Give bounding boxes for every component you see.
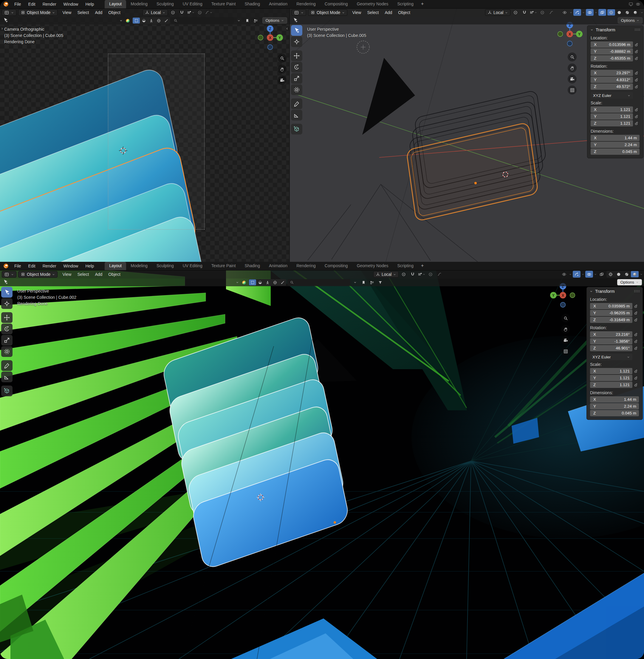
app-menu[interactable]: Window	[60, 0, 82, 8]
value-field[interactable]: Y-0.88882 m	[591, 48, 633, 54]
workspace-tab[interactable]: Sculpting	[152, 0, 178, 8]
panel-grip[interactable]	[635, 28, 640, 31]
app-menu[interactable]: Help	[82, 262, 97, 270]
snap-with-icon[interactable]	[418, 271, 426, 278]
zoom-icon[interactable]	[278, 54, 286, 63]
panel-grip[interactable]	[634, 290, 640, 293]
zoom-icon[interactable]	[561, 314, 570, 323]
color-wheel-icon[interactable]	[240, 279, 248, 286]
value-field[interactable]: Z46.901°	[590, 345, 632, 351]
options-dropdown[interactable]: Options	[262, 17, 287, 24]
camera-view-icon[interactable]	[568, 74, 577, 84]
xray-toggle-icon[interactable]	[598, 9, 606, 16]
value-field[interactable]: X23.216°	[590, 331, 632, 338]
move-tool[interactable]	[291, 50, 302, 61]
lock-icon[interactable]	[632, 383, 640, 387]
lock-icon[interactable]	[632, 318, 640, 322]
ortho-grid-icon[interactable]	[568, 86, 577, 94]
workspace-tab[interactable]: Rendering	[292, 0, 320, 8]
value-field[interactable]: Z-0.31649 m	[590, 317, 632, 323]
box-select-filter-icon[interactable]	[133, 18, 140, 24]
shading-solid-icon[interactable]	[615, 9, 623, 16]
workspace-tab[interactable]: Geometry Nodes	[352, 262, 393, 270]
cursor-tool[interactable]	[1, 298, 13, 309]
lock-icon[interactable]	[633, 108, 640, 112]
value-field[interactable]: Y2.24 m	[591, 142, 640, 148]
app-menu[interactable]: Window	[60, 262, 82, 270]
lock-icon[interactable]	[632, 346, 640, 350]
snap-magnet-icon[interactable]	[178, 9, 186, 16]
rotation-mode-dropdown[interactable]: XYZ Euler	[591, 92, 633, 99]
snap-with-icon[interactable]	[187, 9, 195, 16]
shading-material-icon[interactable]	[623, 271, 630, 277]
value-field[interactable]: Z0.045 m	[590, 410, 639, 416]
camera-view-icon[interactable]	[278, 76, 286, 85]
viewport-menu[interactable]: Select	[74, 271, 92, 278]
viewport-menu[interactable]: View	[59, 271, 74, 278]
viewport-wireframe[interactable]: Object Mode ViewSelectAddObject Local	[289, 8, 644, 262]
add-cube-tool[interactable]	[291, 124, 302, 135]
viewport-menu[interactable]: Object	[395, 9, 413, 16]
workspace-tab[interactable]: UV Editing	[178, 0, 207, 8]
transform-orientation-dropdown[interactable]: Local	[485, 9, 510, 16]
pivot-point-icon[interactable]	[512, 9, 520, 16]
proportional-editing-icon[interactable]	[427, 271, 434, 278]
transform-orientation-dropdown[interactable]: Local	[142, 9, 168, 16]
viewport-canvas-rendered[interactable]	[0, 270, 644, 659]
lock-icon[interactable]	[633, 49, 640, 54]
show-gizmo-icon[interactable]	[573, 9, 581, 16]
collections-icon[interactable]	[252, 18, 259, 24]
lock-icon[interactable]	[632, 369, 640, 373]
brush-filter-icon[interactable]	[162, 18, 170, 24]
proportional-falloff-icon[interactable]	[547, 9, 555, 16]
viewport-menu[interactable]: View	[349, 9, 364, 16]
object-mode-dropdown[interactable]: Object Mode	[308, 9, 347, 16]
workspace-tab[interactable]: Animation	[264, 262, 292, 270]
measure-tool[interactable]	[1, 371, 13, 382]
value-field[interactable]: Y4.8312°	[591, 77, 633, 83]
chevron-down-icon[interactable]	[119, 19, 123, 22]
object-mode-dropdown[interactable]: Object Mode	[18, 9, 58, 16]
value-field[interactable]: Y1.121	[591, 113, 633, 119]
lock-icon[interactable]	[632, 304, 640, 308]
value-field[interactable]: Z1.121	[590, 382, 632, 388]
show-gizmo-icon[interactable]	[573, 271, 580, 278]
shading-rendered-icon[interactable]	[631, 271, 639, 277]
lock-icon[interactable]	[633, 121, 640, 126]
collapse-chevron-icon[interactable]	[590, 290, 593, 293]
view-layer-icon[interactable]	[636, 2, 640, 6]
scale-tool[interactable]	[1, 335, 13, 346]
value-field[interactable]: Z-0.65355 m	[591, 55, 633, 62]
app-menu[interactable]: Help	[82, 0, 97, 8]
panel-title[interactable]: Transform	[596, 27, 615, 32]
search-input[interactable]	[288, 279, 350, 286]
editor-type-button[interactable]	[2, 9, 16, 16]
add-workspace-button[interactable]: +	[418, 263, 427, 270]
lock-icon[interactable]	[633, 56, 640, 61]
visibility-eye-icon[interactable]	[560, 271, 568, 278]
options-dropdown[interactable]: Options	[618, 17, 643, 24]
transform-tool[interactable]	[291, 84, 302, 95]
world-filter-icon[interactable]	[271, 279, 278, 286]
viewport-menu[interactable]: Add	[382, 9, 395, 16]
viewport-menu[interactable]: Add	[92, 9, 105, 16]
snap-with-icon[interactable]	[530, 9, 537, 16]
app-menu[interactable]: File	[11, 262, 25, 270]
filter-funnel-icon[interactable]	[376, 279, 384, 286]
box-select-filter-icon[interactable]	[249, 279, 256, 286]
pose-filter-icon[interactable]	[264, 279, 271, 286]
sidebar-collapse-arrow-icon[interactable]	[285, 27, 289, 30]
app-menu[interactable]: Edit	[25, 0, 39, 8]
workspace-tab[interactable]: Scripting	[393, 262, 418, 270]
value-field[interactable]: Y1.121	[590, 375, 632, 381]
shading-wireframe-icon[interactable]	[607, 271, 615, 277]
workspace-tab[interactable]: Compositing	[320, 262, 352, 270]
value-field[interactable]: Y-0.96205 m	[590, 310, 632, 316]
value-field[interactable]: X0.035985 m	[590, 303, 632, 309]
viewport-menu[interactable]: Add	[92, 271, 105, 278]
workspace-tab[interactable]: Layout	[105, 0, 126, 8]
toolbar-expand-arrow-icon[interactable]	[0, 27, 4, 30]
rotate-tool[interactable]	[1, 323, 13, 334]
snap-magnet-icon[interactable]	[521, 9, 528, 16]
proportional-falloff-icon[interactable]	[436, 271, 443, 278]
